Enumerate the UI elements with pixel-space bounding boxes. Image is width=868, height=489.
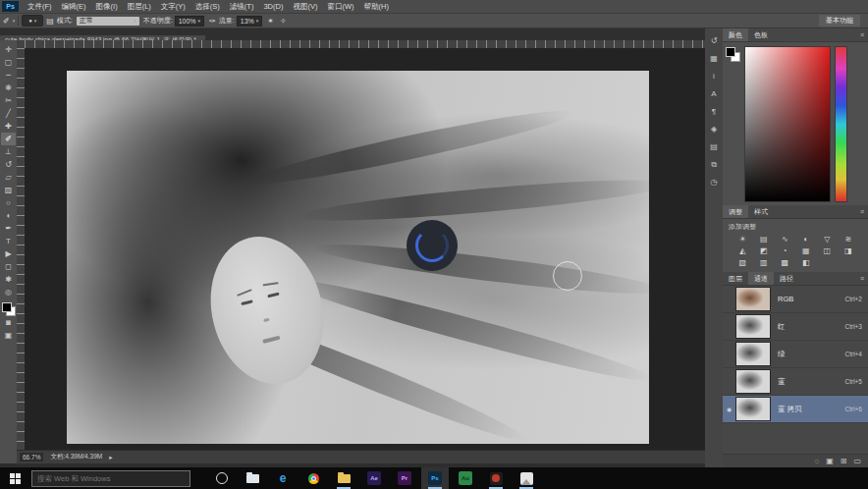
crop-tool[interactable]: ✂ xyxy=(1,94,16,107)
blend-mode-select[interactable]: 正常 ▾ xyxy=(77,17,139,26)
gradient-map-icon[interactable]: ▩ xyxy=(775,257,795,268)
levels-icon[interactable]: ▤ xyxy=(754,234,775,244)
menu-filter[interactable]: 滤镜(T) xyxy=(225,2,259,12)
menu-help[interactable]: 帮助(H) xyxy=(359,2,394,12)
channel-row-green[interactable]: 绿 Ctrl+4 xyxy=(723,341,868,368)
invert-icon[interactable]: ◨ xyxy=(839,245,859,256)
channel-mixer-icon[interactable]: ▦ xyxy=(796,245,817,256)
photoshop-button[interactable]: Ps xyxy=(421,467,449,489)
airbrush-icon[interactable]: ✴ xyxy=(267,17,274,26)
chrome-button[interactable] xyxy=(299,467,327,489)
folder-button[interactable] xyxy=(330,467,357,489)
info-panel-icon[interactable]: i xyxy=(708,71,720,82)
brush-tool-icon[interactable]: ✐ xyxy=(3,17,10,26)
taskbar-search-input[interactable] xyxy=(31,470,190,487)
selective-color-icon[interactable]: ◧ xyxy=(796,257,817,268)
properties-panel-icon[interactable]: ▦ xyxy=(708,53,720,64)
media-player-button[interactable] xyxy=(482,467,510,489)
load-selection-icon[interactable]: ◌ xyxy=(814,457,819,465)
tab-styles[interactable]: 样式 xyxy=(748,205,774,218)
marquee-tool[interactable]: ▢ xyxy=(1,56,16,69)
history-brush-tool[interactable]: ↺ xyxy=(1,158,16,171)
canvas-area[interactable] xyxy=(25,48,705,450)
visibility-eye-icon[interactable]: ◉ xyxy=(723,406,735,412)
premiere-pro-button[interactable]: Pr xyxy=(391,467,418,489)
color-balance-icon[interactable]: ◭ xyxy=(732,245,753,256)
zoom-level-field[interactable]: 66.7% xyxy=(20,453,43,462)
status-expand-icon[interactable]: ▸ xyxy=(109,454,112,462)
character-panel-icon[interactable]: A xyxy=(708,88,720,99)
path-selection-tool[interactable]: ▶ xyxy=(1,247,16,260)
foreground-color-swatch[interactable] xyxy=(2,302,12,312)
brush-tool[interactable]: ✐ xyxy=(1,133,16,145)
channel-row-red[interactable]: 红 Ctrl+3 xyxy=(723,313,868,341)
quick-selection-tool[interactable]: ❋ xyxy=(1,82,16,94)
panel-menu-icon[interactable]: ≡ xyxy=(860,208,864,215)
pen-tool[interactable]: ✒ xyxy=(1,222,16,235)
panel-menu-icon[interactable]: ≡ xyxy=(860,31,864,38)
paragraph-panel-icon[interactable]: ¶ xyxy=(708,106,720,117)
tab-swatches[interactable]: 色板 xyxy=(748,28,774,41)
pressure-opacity-icon[interactable]: ✑ xyxy=(209,17,216,26)
tool-preset-caret-icon[interactable]: ▾ xyxy=(13,18,16,24)
photo-filter-icon[interactable]: ◔ xyxy=(775,245,795,256)
menu-image[interactable]: 图像(I) xyxy=(91,2,123,12)
start-button[interactable] xyxy=(0,467,29,489)
hand-tool[interactable]: ✱ xyxy=(1,273,16,286)
menu-select[interactable]: 选择(S) xyxy=(190,2,225,12)
grayscale-portrait-image[interactable] xyxy=(67,71,649,444)
menu-view[interactable]: 视图(V) xyxy=(288,2,322,12)
hue-saturation-icon[interactable]: ≋ xyxy=(839,234,859,244)
brightness-contrast-icon[interactable]: ☀ xyxy=(732,234,753,244)
libraries-panel-icon[interactable]: ▤ xyxy=(708,141,720,152)
black-white-icon[interactable]: ◩ xyxy=(754,245,775,256)
edge-button[interactable]: e xyxy=(269,467,297,489)
menu-edit[interactable]: 编辑(E) xyxy=(57,2,91,12)
menu-layer[interactable]: 图层(L) xyxy=(123,2,156,12)
delete-channel-icon[interactable]: ▭ xyxy=(853,457,861,465)
eraser-tool[interactable]: ▱ xyxy=(1,171,16,184)
type-tool[interactable]: T xyxy=(1,235,16,247)
file-explorer-button[interactable] xyxy=(239,467,266,489)
tab-color[interactable]: 颜色 xyxy=(723,28,748,41)
tab-channels[interactable]: 通道 xyxy=(748,272,774,285)
timeline-panel-icon[interactable]: ◷ xyxy=(708,177,720,188)
history-panel-icon[interactable]: ↺ xyxy=(708,35,720,46)
channel-row-rgb[interactable]: RGB Ctrl+2 xyxy=(723,286,868,313)
tab-paths[interactable]: 路径 xyxy=(774,272,799,285)
save-selection-as-channel-icon[interactable]: ▣ xyxy=(826,457,834,465)
workspace-switcher-button[interactable]: 基本功能 xyxy=(819,15,860,27)
tab-adjustments[interactable]: 调整 xyxy=(723,205,748,218)
blur-tool[interactable]: ○ xyxy=(1,196,16,209)
shape-tool[interactable]: ◻ xyxy=(1,260,16,273)
audition-button[interactable]: Au xyxy=(452,467,479,489)
zoom-tool[interactable]: ◎ xyxy=(1,286,16,299)
menu-file[interactable]: 文件(F) xyxy=(23,2,57,12)
navigator-panel-icon[interactable]: ◈ xyxy=(708,124,720,135)
dodge-tool[interactable]: ◖ xyxy=(1,209,16,222)
vibrance-icon[interactable]: ▽ xyxy=(817,234,838,244)
gradient-tool[interactable]: ▨ xyxy=(1,184,16,196)
clone-stamp-tool[interactable]: ⊥ xyxy=(1,145,16,158)
tab-layers[interactable]: 图层 xyxy=(723,272,748,285)
color-lookup-icon[interactable]: ◫ xyxy=(817,245,838,256)
healing-brush-tool[interactable]: ✚ xyxy=(1,120,16,133)
posterize-icon[interactable]: ▧ xyxy=(732,257,753,268)
exposure-icon[interactable]: ◐ xyxy=(796,234,817,244)
flow-select[interactable]: 13% ▾ xyxy=(237,16,263,27)
photos-button[interactable] xyxy=(513,467,540,489)
fg-bg-swatch[interactable] xyxy=(726,47,740,62)
saturation-brightness-picker[interactable] xyxy=(744,46,831,202)
move-tool[interactable]: ✛ xyxy=(1,43,16,56)
clone-source-panel-icon[interactable]: ⧉ xyxy=(708,159,720,170)
lasso-tool[interactable]: ∽ xyxy=(1,69,16,82)
hue-slider[interactable] xyxy=(835,46,847,202)
curves-icon[interactable]: ∿ xyxy=(775,234,795,244)
eyedropper-tool[interactable]: ╱ xyxy=(1,107,16,120)
brush-preset-picker[interactable]: ● ▾ xyxy=(22,15,43,27)
brush-panel-toggle-icon[interactable]: ▤ xyxy=(46,17,54,26)
color-swatches[interactable] xyxy=(2,302,16,316)
task-view-button[interactable] xyxy=(208,467,236,489)
new-channel-icon[interactable]: ⊞ xyxy=(841,457,847,465)
channel-row-blue-copy[interactable]: ◉ 蓝 拷贝 Ctrl+6 xyxy=(723,396,868,423)
